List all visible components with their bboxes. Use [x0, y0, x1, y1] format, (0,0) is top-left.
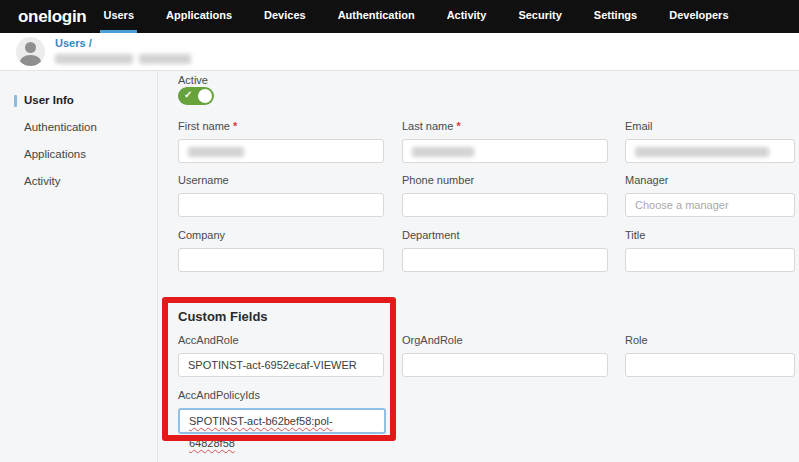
sidebar-item-label: Activity	[24, 175, 60, 187]
sidebar-item-user-info[interactable]: User Info	[0, 87, 157, 114]
acc-and-role-field: AccAndRole	[178, 334, 384, 377]
check-icon: ✓	[184, 89, 192, 100]
company-label: Company	[178, 229, 384, 241]
company-input[interactable]	[178, 248, 384, 272]
nav-item-authentication[interactable]: Authentication	[335, 0, 418, 33]
user-info-form: Active ✓ First name * Last name * Email …	[158, 71, 799, 462]
sidebar-item-label: Applications	[24, 148, 86, 160]
custom-fields-heading: Custom Fields	[178, 309, 268, 324]
required-asterisk: *	[233, 120, 237, 132]
acc-and-role-label: AccAndRole	[178, 334, 384, 346]
title-label: Title	[625, 229, 795, 241]
manager-label: Manager	[625, 174, 795, 186]
sidebar: User Info Authentication Applications Ac…	[0, 71, 158, 462]
last-name-field: Last name *	[402, 120, 608, 163]
acc-and-policy-ids-value: SPOTINST-act-b62bef58:pol-64828f58	[189, 415, 333, 449]
sidebar-item-label: Authentication	[24, 121, 97, 133]
phone-number-input[interactable]	[402, 193, 608, 217]
company-field: Company	[178, 229, 384, 272]
breadcrumb-users-link[interactable]: Users /	[55, 37, 92, 49]
email-label: Email	[625, 120, 795, 132]
onelogin-logo: onelogin	[18, 0, 86, 33]
first-name-label: First name	[178, 120, 230, 132]
manager-field: Manager	[625, 174, 795, 217]
nav-item-settings[interactable]: Settings	[591, 0, 640, 33]
phone-number-field: Phone number	[402, 174, 608, 217]
first-name-input[interactable]	[178, 139, 384, 163]
phone-number-label: Phone number	[402, 174, 608, 186]
nav-item-security[interactable]: Security	[515, 0, 564, 33]
acc-and-policy-ids-input[interactable]: SPOTINST-act-b62bef58:pol-64828f58	[178, 408, 386, 434]
manager-input[interactable]	[625, 193, 795, 217]
user-avatar-icon	[16, 37, 45, 66]
first-name-field: First name *	[178, 120, 384, 163]
nav-item-devices[interactable]: Devices	[261, 0, 309, 33]
sidebar-item-authentication[interactable]: Authentication	[0, 114, 157, 141]
last-name-label: Last name	[402, 120, 453, 132]
sidebar-item-activity[interactable]: Activity	[0, 168, 157, 195]
role-input[interactable]	[625, 353, 795, 377]
org-and-role-field: OrgAndRole	[402, 334, 608, 377]
redacted-value	[188, 147, 244, 157]
role-field: Role	[625, 334, 795, 377]
username-label: Username	[178, 174, 384, 186]
email-input[interactable]	[625, 139, 795, 163]
nav-item-developers[interactable]: Developers	[666, 0, 731, 33]
redacted-value	[635, 147, 769, 157]
toggle-knob	[198, 89, 212, 103]
redacted-value	[412, 147, 474, 157]
last-name-input[interactable]	[402, 139, 608, 163]
email-field: Email	[625, 120, 795, 163]
nav-item-users[interactable]: Users	[100, 0, 137, 33]
department-input[interactable]	[402, 248, 608, 272]
redacted-username	[55, 54, 191, 64]
role-label: Role	[625, 334, 795, 346]
org-and-role-input[interactable]	[402, 353, 608, 377]
acc-and-policy-ids-label: AccAndPolicyIds	[178, 389, 386, 401]
active-indicator-bar	[14, 95, 17, 107]
department-label: Department	[402, 229, 608, 241]
active-toggle-label: Active	[178, 74, 208, 86]
sidebar-item-label: User Info	[24, 94, 74, 106]
page-header: Users /	[0, 33, 799, 71]
nav-item-activity[interactable]: Activity	[444, 0, 490, 33]
username-field: Username	[178, 174, 384, 217]
acc-and-role-input[interactable]	[178, 353, 384, 377]
title-input[interactable]	[625, 248, 795, 272]
sidebar-item-applications[interactable]: Applications	[0, 141, 157, 168]
required-asterisk: *	[456, 120, 460, 132]
username-input[interactable]	[178, 193, 384, 217]
department-field: Department	[402, 229, 608, 272]
top-navbar: onelogin Users Applications Devices Auth…	[0, 0, 799, 33]
org-and-role-label: OrgAndRole	[402, 334, 608, 346]
active-toggle[interactable]: ✓	[178, 87, 214, 105]
title-field: Title	[625, 229, 795, 272]
main-nav: Users Applications Devices Authenticatio…	[100, 0, 757, 33]
nav-item-applications[interactable]: Applications	[163, 0, 235, 33]
acc-and-policy-ids-field: AccAndPolicyIds SPOTINST-act-b62bef58:po…	[178, 389, 386, 434]
